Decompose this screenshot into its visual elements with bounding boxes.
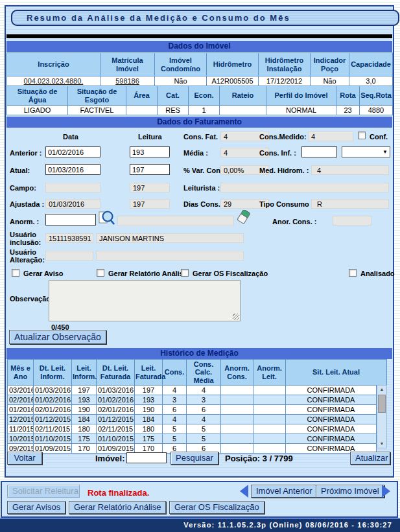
matricula-link[interactable]: 598186: [115, 77, 139, 85]
hcol-cons: Cons.: [163, 360, 187, 386]
col-situacao-esgoto: Situação de Esgoto: [68, 86, 126, 106]
econ-value: 1: [189, 106, 220, 115]
hcol-anorm-cons: Anorm. Cons.: [221, 360, 253, 386]
version-text: Versão: 11.1.05.2.3p (Online) 08/06/2016…: [183, 521, 392, 529]
campo-data-field: [45, 183, 100, 192]
atual-label: Atual:: [10, 167, 30, 174]
anorm-descricao-field: [117, 216, 234, 226]
inscricao-link[interactable]: 004.023.023.4880.: [24, 77, 84, 85]
resize-handle-icon[interactable]: [233, 314, 239, 320]
atualizar-observacao-button[interactable]: Atualizar Observação: [9, 330, 106, 344]
cons-inf-input[interactable]: [301, 146, 337, 157]
tipo-consumo-field: R: [311, 199, 389, 209]
matricula-value[interactable]: 598186: [100, 76, 155, 86]
col-rateio: Rateio: [220, 86, 266, 106]
col-hidrometro-instalacao: Hidrômetro Instalação: [259, 53, 311, 76]
section-header-dados-imovel: Dados do Imóvel: [6, 41, 392, 52]
scrollbar-thumb[interactable]: [378, 395, 386, 413]
next-arrow-icon[interactable]: [382, 485, 390, 498]
imovel-anterior-button[interactable]: Imóvel Anterior: [251, 485, 318, 498]
anterior-label: Anterior :: [10, 149, 42, 157]
hidrometro-value: A12R005505: [207, 76, 259, 86]
scrollbar-down-icon[interactable]: ▼: [377, 440, 386, 448]
ajustada-data-field: 01/03/2016: [45, 199, 100, 209]
anorm-input[interactable]: [45, 214, 96, 226]
conf-checkbox[interactable]: [358, 132, 366, 139]
col-situacao-agua: Situação de Água: [7, 86, 68, 106]
condominio-value: Não: [155, 76, 207, 86]
seq-rota-value: 4880: [360, 106, 393, 115]
gerar-os-checkbox[interactable]: [181, 269, 189, 277]
proximo-imovel-button[interactable]: Próximo Imóvel: [316, 485, 384, 498]
leiturista-field: [220, 183, 389, 192]
cat-value: RES: [158, 106, 189, 115]
magnifier-icon[interactable]: [99, 209, 115, 226]
scrollbar[interactable]: ▲ ▼: [377, 385, 387, 448]
previous-arrow-icon[interactable]: [240, 485, 248, 498]
data-column-label: Data: [63, 133, 78, 141]
usuario-inclusao-matricula-field: 15111938591: [45, 233, 93, 243]
atual-data-input[interactable]: [45, 164, 100, 175]
hcol-dt-leit-faturada: Dt. Leit. Faturada: [97, 360, 135, 386]
hcol-cons-calc-media: Cons. Calc. Média: [187, 360, 221, 386]
scrollbar-up-icon[interactable]: ▲: [377, 386, 386, 393]
conf-label: Conf.: [370, 133, 388, 141]
inscricao-value[interactable]: 004.023.023.4880.: [7, 76, 100, 86]
gerar-aviso-checkbox[interactable]: [12, 269, 19, 277]
campo-label: Campo:: [10, 184, 36, 192]
col-econ: Econ.: [189, 86, 220, 106]
hcol-sit-leit-atual: Sit. Leit. Atual: [286, 360, 387, 386]
usuario-inclusao-nome-field: JANISON MARTINS: [96, 233, 244, 243]
anorm-label: Anorm. :: [10, 218, 39, 226]
table-row[interactable]: 11/201502/11/201518002/11/201518055CONFI…: [8, 424, 377, 434]
rateio-value: [220, 106, 266, 115]
rota-value: 23: [336, 106, 360, 115]
perfil-value: NORMAL: [266, 106, 336, 115]
ajustada-label: Ajustada :: [10, 200, 44, 208]
status-bar: Versão: 11.1.05.2.3p (Online) 08/06/2016…: [0, 518, 400, 532]
gerar-relatorio-analise-button[interactable]: Gerar Relatório Análise: [69, 501, 166, 514]
ajustada-leitura-field: 197: [130, 199, 170, 209]
atualizar-button[interactable]: Atualizar: [350, 452, 390, 465]
table-row[interactable]: 12/201501/12/201518401/12/201518444CONFI…: [8, 415, 377, 424]
hcol-leit-inform: Leit. Inform.: [72, 360, 97, 386]
anor-cons-label: Anor. Cons. :: [272, 218, 316, 226]
dias-cons-label: Dias Cons. :: [183, 200, 225, 208]
imovel-input[interactable]: [126, 452, 167, 463]
area-value: [126, 106, 158, 115]
historico-header: Mês e Ano Dt. Leit. Inform. Leit. Inform…: [7, 359, 387, 386]
voltar-button[interactable]: Voltar: [7, 452, 42, 465]
observacao-textarea[interactable]: [49, 280, 241, 321]
gerar-relatorio-checkbox[interactable]: [97, 269, 104, 277]
table-row[interactable]: 01/201602/01/201619002/01/201619066CONFI…: [8, 405, 377, 415]
col-cat: Cat.: [158, 86, 189, 106]
anor-cons-field: [333, 216, 371, 226]
gerar-os-fiscalizacao-button[interactable]: Gerar OS Fiscalização: [169, 501, 265, 514]
anterior-data-input[interactable]: [45, 146, 100, 157]
divider-bar: [6, 34, 392, 38]
table-row[interactable]: 03/201601/03/201619701/03/201619744CONFI…: [8, 386, 377, 395]
solicitar-releitura-button[interactable]: Solicitar Releitura: [7, 485, 80, 498]
anterior-leitura-input[interactable]: [130, 146, 170, 157]
hidrometro-instalacao-value: 17/12/2012: [259, 76, 311, 86]
posicao-text: Posição: 3 / 7799: [225, 454, 293, 463]
faturamento-form: Data Leitura Cons. Fat. : 4 Cons.Medido:…: [6, 128, 393, 347]
pesquisar-button[interactable]: Pesquisar: [171, 452, 218, 465]
leitura-column-label: Leitura: [138, 133, 162, 141]
col-capacidade: Capacidade: [349, 53, 393, 76]
gerar-os-label: Gerar OS Fiscalização: [193, 270, 268, 277]
page-background: Resumo da Análise da Medição e Consumo d…: [0, 0, 400, 532]
cons-inf-select[interactable]: ▼: [342, 146, 390, 157]
analisado-checkbox[interactable]: [349, 269, 357, 277]
atual-leitura-input[interactable]: [130, 164, 170, 175]
eraser-icon[interactable]: [237, 210, 251, 226]
cons-medido-field: 4: [308, 132, 353, 141]
col-condominio: Imóvel Condomíno: [155, 53, 207, 76]
table-row[interactable]: 10/201501/10/201517501/10/201517555CONFI…: [8, 434, 377, 444]
col-seq-rota: Seq.Rota: [360, 86, 393, 106]
gerar-relatorio-label: Gerar Relatório Análise: [108, 270, 187, 277]
table-row[interactable]: 02/201601/02/201619301/02/201619333CONFI…: [8, 395, 377, 405]
imovel-table-1: Inscrição Matrícula Imóvel Imóvel Condom…: [6, 52, 393, 86]
cons-medido-label: Cons.Medido:: [259, 133, 307, 141]
gerar-avisos-button[interactable]: Gerar Avisos: [7, 501, 65, 514]
